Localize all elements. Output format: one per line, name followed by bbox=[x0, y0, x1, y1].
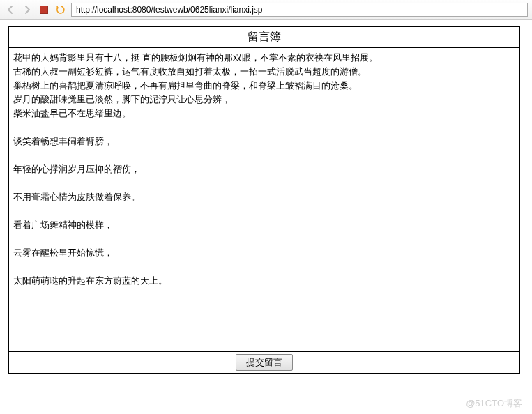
forward-button[interactable] bbox=[21, 3, 33, 16]
browser-toolbar bbox=[0, 0, 532, 20]
guestbook-table: 留言簿 提交留言 bbox=[8, 26, 520, 374]
back-button[interactable] bbox=[4, 3, 17, 16]
refresh-icon bbox=[55, 4, 66, 15]
stop-button[interactable] bbox=[38, 3, 50, 16]
page-content: 留言簿 提交留言 bbox=[0, 20, 532, 381]
arrow-left-icon bbox=[6, 5, 15, 15]
guestbook-title: 留言簿 bbox=[9, 27, 520, 48]
stop-icon bbox=[40, 6, 48, 14]
arrow-right-icon bbox=[22, 5, 32, 15]
guestbook-textarea[interactable] bbox=[9, 48, 519, 349]
submit-button[interactable]: 提交留言 bbox=[236, 354, 293, 371]
guestbook-content-cell bbox=[9, 48, 520, 352]
refresh-button[interactable] bbox=[54, 3, 67, 16]
watermark: @51CTO博客 bbox=[466, 397, 522, 410]
guestbook-submit-cell: 提交留言 bbox=[9, 352, 520, 374]
url-input[interactable] bbox=[71, 3, 528, 17]
